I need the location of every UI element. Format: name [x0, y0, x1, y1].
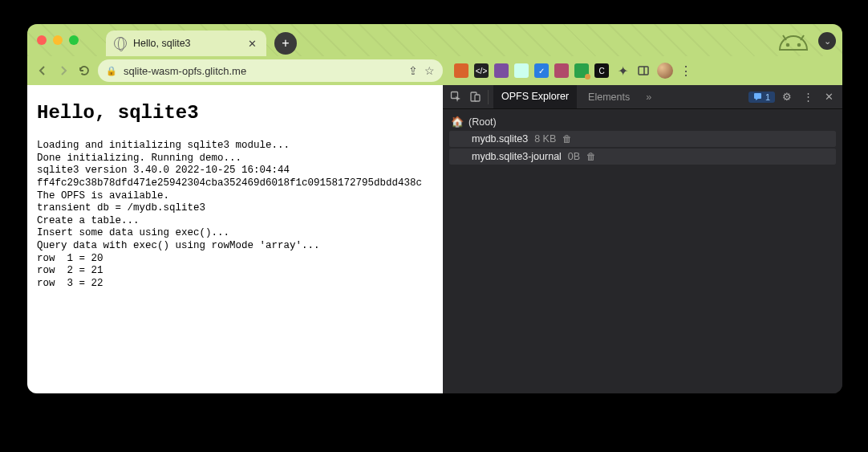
extension-icon[interactable] — [494, 63, 509, 78]
delete-file-icon[interactable]: 🗑 — [562, 133, 572, 145]
device-toggle-icon[interactable] — [467, 89, 483, 105]
maximize-window-button[interactable] — [69, 35, 79, 45]
browser-tab[interactable]: Hello, sqlite3 ✕ — [106, 31, 266, 56]
content-area: Hello, sqlite3 Loading and initializing … — [27, 85, 842, 393]
extension-icon[interactable]: C — [594, 63, 609, 78]
devtools-tab-opfs-explorer[interactable]: OPFS Explorer — [493, 85, 577, 108]
bookmark-star-icon[interactable]: ☆ — [424, 64, 435, 77]
forward-button[interactable] — [56, 63, 71, 78]
address-bar[interactable]: 🔒 sqlite-wasm-opfs.glitch.me ⇪ ☆ — [98, 59, 443, 82]
console-output: Loading and initializing sqlite3 module.… — [37, 140, 433, 291]
devtools-more-tabs[interactable]: » — [641, 92, 656, 103]
close-window-button[interactable] — [37, 35, 47, 45]
inspect-element-icon[interactable] — [448, 89, 464, 105]
home-icon: 🏠 — [451, 116, 464, 128]
lock-icon: 🔒 — [106, 66, 117, 76]
svg-rect-6 — [475, 95, 480, 101]
page-heading: Hello, sqlite3 — [37, 101, 433, 125]
issues-count: 1 — [765, 92, 770, 102]
reload-button[interactable] — [77, 63, 91, 78]
browser-menu-button[interactable]: ⋮ — [679, 63, 692, 79]
devtools-tab-bar: OPFS Explorer Elements » 1 ⚙ ⋮ ✕ — [443, 85, 842, 109]
window-controls — [37, 35, 79, 45]
side-panel-icon[interactable] — [636, 63, 651, 78]
url-text: sqlite-wasm-opfs.glitch.me — [124, 65, 402, 77]
devtools-menu-icon[interactable]: ⋮ — [799, 91, 817, 103]
android-logo-icon — [777, 27, 810, 51]
file-size: 0B — [568, 151, 580, 162]
browser-window: Hello, sqlite3 ✕ + ⌄ 🔒 sqlite-wasm-opfs.… — [27, 24, 842, 393]
tab-search-button[interactable]: ⌄ — [818, 32, 836, 50]
svg-rect-2 — [639, 67, 648, 75]
devtools-tab-elements[interactable]: Elements — [580, 85, 638, 108]
opfs-tree: 🏠 (Root) mydb.sqlite38 KB🗑mydb.sqlite3-j… — [443, 109, 842, 393]
svg-point-1 — [798, 44, 801, 47]
minimize-window-button[interactable] — [53, 35, 63, 45]
devtools-panel: OPFS Explorer Elements » 1 ⚙ ⋮ ✕ 🏠 (Root… — [443, 85, 842, 393]
browser-toolbar: 🔒 sqlite-wasm-opfs.glitch.me ⇪ ☆ </>✓C ✦… — [27, 56, 842, 85]
extension-icon[interactable] — [454, 63, 468, 78]
root-label: (Root) — [468, 116, 497, 128]
profile-avatar[interactable] — [657, 63, 673, 79]
devtools-issues-badge[interactable]: 1 — [748, 92, 775, 103]
globe-icon — [114, 37, 127, 50]
file-row[interactable]: mydb.sqlite3-journal0B🗑 — [449, 149, 836, 165]
file-row[interactable]: mydb.sqlite38 KB🗑 — [449, 131, 836, 147]
svg-point-0 — [787, 44, 789, 47]
file-name: mydb.sqlite3-journal — [472, 151, 562, 162]
file-size: 8 KB — [534, 133, 556, 145]
tab-title: Hello, sqlite3 — [133, 38, 239, 49]
new-tab-button[interactable]: + — [274, 32, 297, 55]
tree-root-row[interactable]: 🏠 (Root) — [449, 114, 836, 129]
delete-file-icon[interactable]: 🗑 — [586, 151, 596, 162]
share-icon[interactable]: ⇪ — [408, 64, 418, 77]
tab-strip: Hello, sqlite3 ✕ + ⌄ — [27, 24, 842, 56]
devtools-close-icon[interactable]: ✕ — [820, 91, 838, 103]
svg-rect-7 — [754, 93, 761, 99]
divider — [488, 90, 489, 104]
devtools-settings-icon[interactable]: ⚙ — [778, 91, 796, 103]
extension-icon[interactable] — [554, 63, 569, 78]
extension-icon[interactable]: </> — [474, 63, 489, 78]
file-name: mydb.sqlite3 — [472, 133, 528, 145]
extensions-puzzle-icon[interactable]: ✦ — [615, 63, 630, 78]
close-tab-button[interactable]: ✕ — [245, 37, 258, 50]
extension-icon[interactable] — [514, 63, 529, 78]
extension-icon[interactable]: ✓ — [534, 63, 549, 78]
back-button[interactable] — [35, 63, 50, 78]
extensions-row: </>✓C — [454, 63, 609, 78]
extension-icon[interactable] — [574, 63, 589, 78]
web-page: Hello, sqlite3 Loading and initializing … — [27, 85, 443, 393]
